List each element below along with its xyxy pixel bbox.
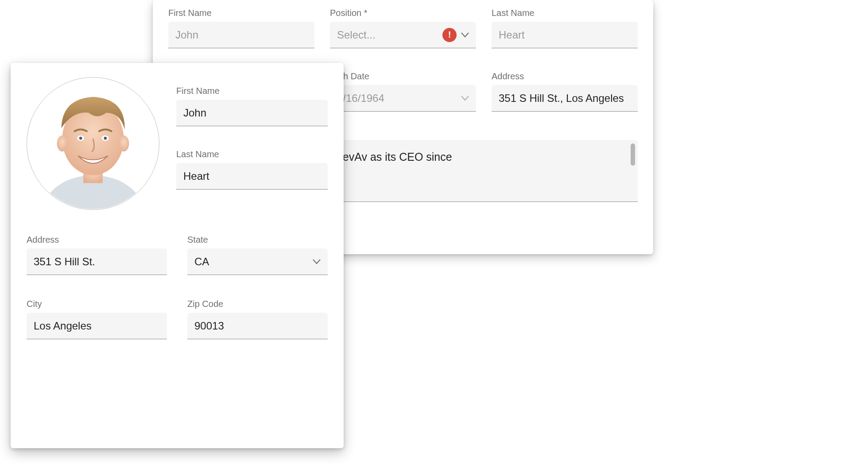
last-name-label-back: Last Name — [492, 8, 638, 18]
back-row-1: First Name John Position * Select... ! L… — [168, 8, 638, 48]
svg-point-8 — [79, 137, 82, 140]
first-name-input-front[interactable]: John — [176, 100, 328, 126]
address-value-back: 351 S Hill St., Los Angeles — [499, 92, 631, 105]
form-card-front: First Name John Last Name Heart Address … — [11, 63, 344, 448]
last-name-placeholder-back: Heart — [499, 29, 631, 41]
address-input-back[interactable]: 351 S Hill St., Los Angeles — [492, 85, 638, 112]
birth-date-select[interactable]: 3/16/1964 — [330, 85, 476, 112]
svg-point-4 — [57, 136, 68, 151]
city-input[interactable]: Los Angeles — [27, 313, 167, 339]
address-label-back: Address — [492, 71, 638, 81]
scrollbar-thumb[interactable] — [631, 143, 635, 166]
address-group-front: Address 351 S Hill St. — [27, 235, 167, 275]
zip-label: Zip Code — [187, 299, 328, 309]
front-name-column: First Name John Last Name Heart — [176, 77, 328, 190]
zip-group: Zip Code 90013 — [187, 299, 328, 339]
last-name-group-back: Last Name Heart — [492, 8, 638, 48]
first-name-group-front: First Name John — [176, 86, 328, 126]
chevron-down-icon — [461, 96, 469, 101]
state-value: CA — [194, 256, 308, 268]
last-name-value-front: Heart — [183, 170, 321, 182]
svg-point-5 — [119, 136, 129, 151]
position-label: Position * — [330, 8, 476, 18]
address-input-front[interactable]: 351 S Hill St. — [27, 248, 167, 275]
position-select[interactable]: Select... ! — [330, 22, 476, 48]
address-label-front: Address — [27, 235, 167, 245]
front-top-row: First Name John Last Name Heart — [27, 77, 328, 210]
last-name-group-front: Last Name Heart — [176, 149, 328, 190]
city-label: City — [27, 299, 167, 309]
position-placeholder: Select... — [337, 29, 439, 41]
avatar — [27, 77, 159, 210]
birth-date-label: Birth Date — [330, 71, 476, 81]
chevron-down-icon — [461, 32, 469, 38]
position-group: Position * Select... ! — [330, 8, 476, 48]
address-value-front: 351 S Hill St. — [34, 256, 160, 268]
state-label: State — [187, 235, 328, 245]
first-name-group-back: First Name John — [168, 8, 314, 48]
birth-date-placeholder: 3/16/1964 — [337, 92, 457, 105]
last-name-label-front: Last Name — [176, 149, 328, 159]
last-name-input-front[interactable]: Heart — [176, 163, 328, 190]
first-name-label-back: First Name — [168, 8, 314, 18]
state-select[interactable]: CA — [187, 248, 328, 275]
first-name-input-back[interactable]: John — [168, 22, 314, 48]
error-icon: ! — [442, 28, 457, 42]
zip-input[interactable]: 90013 — [187, 313, 328, 339]
city-group: City Los Angeles — [27, 299, 167, 339]
svg-point-9 — [104, 137, 107, 140]
first-name-value-front: John — [183, 107, 321, 119]
front-grid: Address 351 S Hill St. State CA City Los… — [27, 235, 328, 339]
avatar-illustration — [27, 78, 159, 209]
chevron-down-icon — [313, 259, 321, 264]
birth-date-group: Birth Date 3/16/1964 — [330, 71, 476, 112]
state-group: State CA — [187, 235, 328, 275]
city-value: Los Angeles — [34, 320, 160, 332]
first-name-placeholder-back: John — [175, 29, 307, 41]
first-name-label-front: First Name — [176, 86, 328, 96]
last-name-input-back[interactable]: Heart — [492, 22, 638, 48]
zip-value: 90013 — [194, 320, 321, 332]
address-group-back: Address 351 S Hill St., Los Angeles — [492, 71, 638, 112]
